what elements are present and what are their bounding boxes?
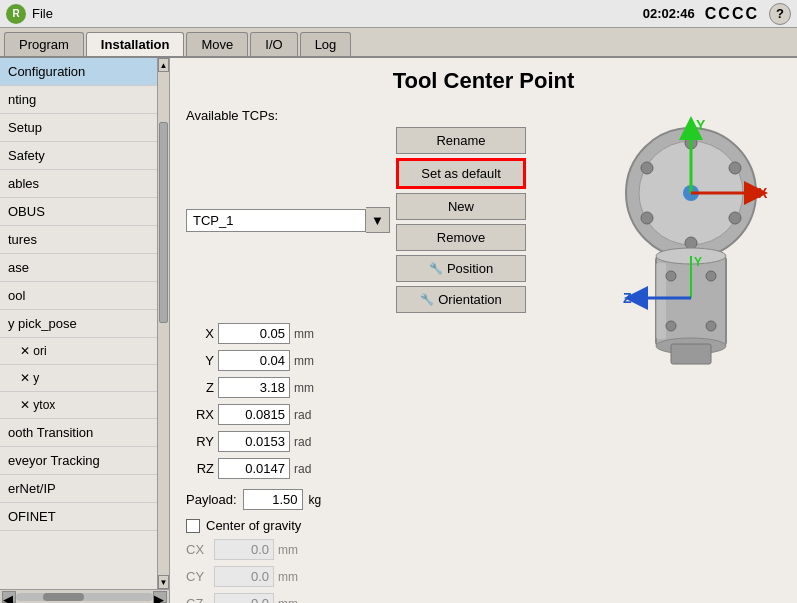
scroll-up-btn[interactable]: ▲ [158, 58, 169, 72]
sidebar-item-profinet[interactable]: OFINET [0, 503, 157, 531]
sidebar-item-mounting[interactable]: nting [0, 86, 157, 114]
gravity-label: Center of gravity [206, 518, 301, 533]
scroll-down-btn[interactable]: ▼ [158, 575, 169, 589]
svg-text:Y: Y [696, 117, 706, 133]
position-button[interactable]: 🔧 Position [396, 255, 526, 282]
hscroll-track [16, 593, 153, 601]
payload-input[interactable] [243, 489, 303, 510]
cx-input[interactable] [214, 539, 274, 560]
sidebar-item-ytox[interactable]: ✕ ytox [0, 392, 157, 419]
orientation-button[interactable]: 🔧 Orientation [396, 286, 526, 313]
svg-rect-17 [671, 344, 711, 364]
cy-unit: mm [278, 570, 298, 584]
hscroll-thumb[interactable] [43, 593, 84, 601]
sidebar-item-ethernetip[interactable]: erNet/IP [0, 475, 157, 503]
robot-diagram: Y X [561, 108, 781, 603]
payload-label: Payload: [186, 492, 237, 507]
y-label: Y [186, 353, 214, 368]
set-default-button[interactable]: Set as default [396, 158, 526, 189]
sidebar-item-variables[interactable]: ables [0, 170, 157, 198]
sidebar-vertical-scrollbar[interactable]: ▲ ▼ [157, 58, 169, 589]
remove-button[interactable]: Remove [396, 224, 526, 251]
rz-label: RZ [186, 461, 214, 476]
field-row-ry: RY rad [186, 431, 545, 452]
form-section: Available TCPs: TCP_1 ▼ Rename Set as de… [186, 108, 781, 603]
content-area: Tool Center Point Available TCPs: TCP_1 … [170, 58, 797, 603]
tcp-select[interactable]: TCP_1 [186, 209, 366, 232]
hscroll-left-btn[interactable]: ◀ [2, 591, 16, 603]
cg-row-cz: CZ mm [186, 593, 545, 603]
hscroll-right-btn[interactable]: ▶ [153, 591, 167, 603]
sidebar: Configuration nting Setup Safety ables O… [0, 58, 170, 603]
title-bar: R File 02:02:46 CCCC ? [0, 0, 797, 28]
sidebar-item-configuration[interactable]: Configuration [0, 58, 157, 86]
app-name: File [32, 6, 53, 21]
cz-input[interactable] [214, 593, 274, 603]
tab-move[interactable]: Move [186, 32, 248, 56]
new-button[interactable]: New [396, 193, 526, 220]
rx-input[interactable] [218, 404, 290, 425]
tcp-dropdown-btn[interactable]: ▼ [366, 207, 390, 233]
gravity-checkbox[interactable] [186, 519, 200, 533]
x-input[interactable] [218, 323, 290, 344]
tab-program[interactable]: Program [4, 32, 84, 56]
field-row-x: X mm [186, 323, 545, 344]
cy-input[interactable] [214, 566, 274, 587]
svg-point-20 [666, 321, 676, 331]
sidebar-item-conveyor[interactable]: eveyor Tracking [0, 447, 157, 475]
action-buttons: Rename Set as default New Remove 🔧 Posit… [396, 127, 526, 313]
z-input[interactable] [218, 377, 290, 398]
svg-text:X: X [758, 185, 768, 201]
scroll-track [158, 72, 169, 575]
sidebar-item-setup[interactable]: Setup [0, 114, 157, 142]
gravity-row: Center of gravity [186, 518, 545, 533]
cg-row-cx: CX mm [186, 539, 545, 560]
sidebar-scroll[interactable]: Configuration nting Setup Safety ables O… [0, 58, 157, 589]
sidebar-item-features[interactable]: tures [0, 226, 157, 254]
rx-unit: rad [294, 408, 324, 422]
sidebar-item-ori[interactable]: ✕ ori [0, 338, 157, 365]
svg-point-6 [685, 237, 697, 249]
tab-io[interactable]: I/O [250, 32, 297, 56]
svg-point-8 [641, 162, 653, 174]
tcp-select-row: TCP_1 ▼ Rename Set as default New Remove… [186, 127, 545, 313]
svg-text:Z: Z [623, 290, 632, 306]
tab-installation[interactable]: Installation [86, 32, 185, 56]
clock: 02:02:46 [643, 6, 695, 21]
sidebar-item-base[interactable]: ase [0, 254, 157, 282]
sidebar-item-safety[interactable]: Safety [0, 142, 157, 170]
tab-log[interactable]: Log [300, 32, 352, 56]
y-unit: mm [294, 354, 324, 368]
cg-row-cy: CY mm [186, 566, 545, 587]
rx-label: RX [186, 407, 214, 422]
sidebar-item-smooth[interactable]: ooth Transition [0, 419, 157, 447]
svg-rect-16 [656, 263, 666, 339]
y-input[interactable] [218, 350, 290, 371]
sidebar-horizontal-scrollbar[interactable]: ◀ ▶ [0, 589, 169, 603]
sidebar-item-y[interactable]: ✕ y [0, 365, 157, 392]
available-tcps-label: Available TCPs: [186, 108, 545, 123]
help-button[interactable]: ? [769, 3, 791, 25]
svg-point-5 [729, 212, 741, 224]
svg-point-18 [666, 271, 676, 281]
cy-label: CY [186, 569, 210, 584]
payload-unit: kg [309, 493, 322, 507]
sidebar-item-pick-pose[interactable]: y pick_pose [0, 310, 157, 338]
form-left: Available TCPs: TCP_1 ▼ Rename Set as de… [186, 108, 545, 603]
rename-button[interactable]: Rename [396, 127, 526, 154]
ry-unit: rad [294, 435, 324, 449]
wrench2-icon: 🔧 [420, 293, 434, 306]
ry-input[interactable] [218, 431, 290, 452]
svg-point-4 [729, 162, 741, 174]
payload-row: Payload: kg [186, 489, 545, 510]
scroll-thumb[interactable] [159, 122, 168, 323]
app-logo: R [6, 4, 26, 24]
wrench-icon: 🔧 [429, 262, 443, 275]
field-row-rz: RZ rad [186, 458, 545, 479]
sidebar-item-iobus[interactable]: OBUS [0, 198, 157, 226]
sidebar-item-tool[interactable]: ool [0, 282, 157, 310]
field-row-z: Z mm [186, 377, 545, 398]
cx-label: CX [186, 542, 210, 557]
rz-input[interactable] [218, 458, 290, 479]
rz-unit: rad [294, 462, 324, 476]
